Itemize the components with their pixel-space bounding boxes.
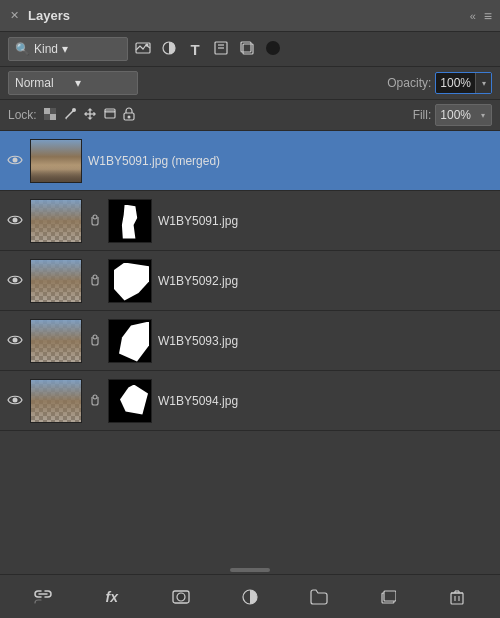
thumbnail-image-overlay [31,260,81,302]
lock-position-icon[interactable] [83,107,97,124]
new-group-button[interactable] [305,589,333,605]
layer-thumbnail [30,259,82,303]
lock-transparent-icon[interactable] [43,107,57,124]
svg-rect-8 [44,108,50,114]
layer-name: W1BY5091.jpg (merged) [88,154,494,168]
blend-mode-arrow: ▾ [75,76,131,90]
visibility-icon[interactable] [6,333,24,349]
lock-image-icon[interactable] [63,107,77,124]
smart-object-filter-icon[interactable] [238,41,256,58]
visibility-icon[interactable] [6,153,24,169]
layer-mask-thumbnail [108,199,152,243]
layer-thumbnail [30,199,82,243]
svg-rect-10 [50,108,56,114]
svg-point-23 [13,277,18,282]
svg-point-20 [13,157,18,162]
layer-mask-thumbnail [108,259,152,303]
svg-rect-9 [50,114,56,120]
blend-opacity-toolbar: Normal ▾ Opacity: 100% ▾ [0,67,500,100]
scroll-indicator [0,566,500,574]
blend-mode-dropdown[interactable]: Normal ▾ [8,71,138,95]
svg-rect-34 [384,591,396,601]
adjustment-filter-icon[interactable] [160,41,178,58]
kind-dropdown[interactable]: 🔍 Kind ▾ [8,37,128,61]
layer-item[interactable]: W1BY5094.jpg [0,371,500,431]
fill-dropdown-arrow[interactable]: ▾ [475,105,491,125]
title-bar-left: ✕ Layers [8,8,70,23]
svg-point-22 [93,215,97,219]
svg-point-13 [72,108,76,112]
delete-layer-button[interactable] [443,589,471,605]
layer-name: W1BY5093.jpg [158,334,494,348]
layer-name: W1BY5092.jpg [158,274,494,288]
lock-all-icon[interactable] [123,107,135,124]
svg-point-21 [13,217,18,222]
link-layers-button[interactable] [29,589,57,605]
layer-name: W1BY5094.jpg [158,394,494,408]
new-layer-button[interactable] [374,589,402,605]
add-mask-button[interactable] [167,589,195,605]
svg-rect-35 [451,593,463,604]
layer-item[interactable]: W1BY5093.jpg [0,311,500,371]
svg-point-19 [127,115,130,118]
opacity-input[interactable]: 100% ▾ [435,72,492,94]
layer-thumbnail [30,319,82,363]
blend-mode-value: Normal [15,76,71,90]
layers-panel: ✕ Layers « ≡ 🔍 Kind ▾ [0,0,500,618]
svg-point-25 [13,337,18,342]
svg-rect-11 [44,114,50,120]
fill-label: Fill: [413,108,432,122]
scroll-handle[interactable] [230,568,270,572]
layer-item[interactable]: W1BY5091.jpg (merged) [0,131,500,191]
layer-thumbnail [30,379,82,423]
opacity-dropdown-arrow[interactable]: ▾ [475,73,491,93]
opacity-group: Opacity: 100% ▾ [144,72,492,94]
opacity-value: 100% [436,76,475,90]
svg-point-1 [146,43,149,46]
thumbnail-image-overlay [31,380,81,422]
panel-title: Layers [28,8,70,23]
layer-item[interactable]: W1BY5091.jpg [0,191,500,251]
link-icon [88,394,102,408]
add-adjustment-button[interactable] [236,589,264,605]
collapse-icon[interactable]: « [470,10,476,22]
color-filter-icon[interactable] [264,41,282,58]
thumbnail-checkered [31,380,81,422]
visibility-icon[interactable] [6,213,24,229]
fill-group: Fill: 100% ▾ [413,104,492,126]
shape-filter-icon[interactable] [212,41,230,58]
filter-toolbar: 🔍 Kind ▾ T [0,32,500,67]
add-effect-button[interactable]: fx [98,589,126,605]
layer-mask-thumbnail [108,379,152,423]
link-icon [88,214,102,228]
type-filter-icon[interactable]: T [186,41,204,58]
kind-dropdown-arrow: ▾ [62,42,68,56]
svg-point-28 [93,395,97,399]
thumbnail-checkered [31,320,81,362]
link-icon [88,274,102,288]
panel-menu-button[interactable]: ≡ [484,8,492,24]
title-bar: ✕ Layers « ≡ [0,0,500,32]
lock-fill-toolbar: Lock: [0,100,500,131]
layer-name: W1BY5091.jpg [158,214,494,228]
pixel-filter-icon[interactable] [134,41,152,58]
layer-item[interactable]: W1BY5092.jpg [0,251,500,311]
opacity-label: Opacity: [387,76,431,90]
lock-icons [43,107,135,124]
search-icon: 🔍 [15,42,30,56]
fill-value: 100% [436,108,475,122]
kind-label: Kind [34,42,58,56]
lock-label: Lock: [8,108,37,122]
close-button[interactable]: ✕ [8,10,20,22]
svg-point-24 [93,275,97,279]
fill-input[interactable]: 100% ▾ [435,104,492,126]
svg-point-31 [177,593,185,601]
svg-point-27 [13,397,18,402]
thumbnail-image-overlay [31,200,81,242]
thumbnail-checkered [31,260,81,302]
layer-thumbnail [30,139,82,183]
visibility-icon[interactable] [6,393,24,409]
visibility-icon[interactable] [6,273,24,289]
svg-point-26 [93,335,97,339]
lock-artboard-icon[interactable] [103,107,117,124]
